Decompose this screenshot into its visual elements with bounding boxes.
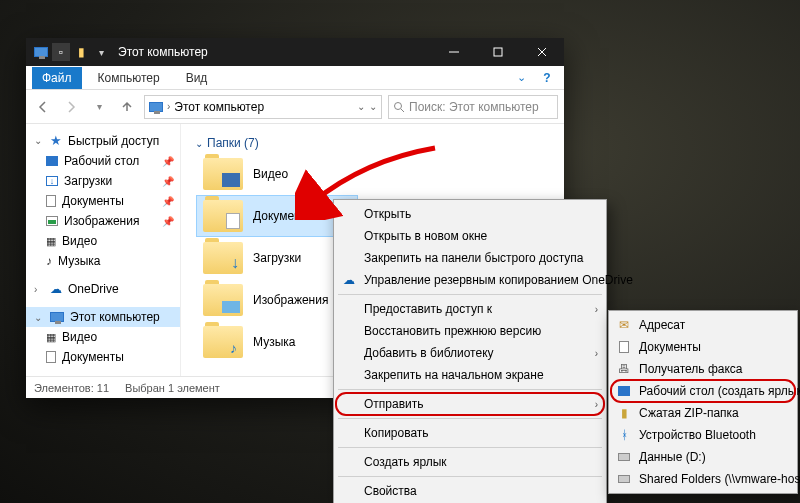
folder-label: Загрузки <box>253 251 301 265</box>
folder-icon: ↓ <box>203 242 243 274</box>
address-bar: ▾ › Этот компьютер ⌄ ⌄ Поиск: Этот компь… <box>26 90 564 124</box>
ctx-open[interactable]: Открыть <box>336 203 604 225</box>
nav-pane: ⌄ ★ Быстрый доступ Рабочий стол 📌 Загруз… <box>26 124 181 376</box>
ctx-pin-quick-access[interactable]: Закрепить на панели быстрого доступа <box>336 247 604 269</box>
quick-access-props-icon[interactable]: ▫ <box>52 43 70 61</box>
context-submenu-send-to: ✉ Адресат Документы 🖷 Получатель факса Р… <box>608 310 798 494</box>
documents-icon <box>46 195 56 207</box>
chevron-right-icon[interactable]: › <box>167 101 170 112</box>
nav-onedrive[interactable]: › ☁ OneDrive <box>26 279 180 299</box>
nav-item-downloads[interactable]: Загрузки 📌 <box>26 171 180 191</box>
ctx-properties[interactable]: Свойства <box>336 480 604 502</box>
tab-computer[interactable]: Компьютер <box>88 67 170 89</box>
breadcrumb[interactable]: › Этот компьютер ⌄ ⌄ <box>144 95 382 119</box>
ctx-label: Shared Folders (\\vmware-host) (Z:) <box>639 472 800 486</box>
nav-item-video[interactable]: ▦ Видео <box>26 231 180 251</box>
chevron-down-icon[interactable]: ⌄ <box>357 101 365 112</box>
sub-fax-recipient[interactable]: 🖷 Получатель факса <box>611 358 795 380</box>
folder-label: Видео <box>253 167 288 181</box>
folder-icon: ♪ <box>203 326 243 358</box>
nav-item-pictures[interactable]: Изображения 📌 <box>26 211 180 231</box>
help-icon[interactable]: ? <box>536 67 558 89</box>
pictures-icon <box>46 216 58 226</box>
ctx-send-to[interactable]: Отправить› <box>336 393 604 415</box>
ctx-label: Получатель факса <box>639 362 743 376</box>
drive-icon <box>615 448 633 466</box>
desktop-icon <box>615 382 633 400</box>
chevron-down-icon[interactable]: ⌄ <box>34 135 44 146</box>
minimize-button[interactable] <box>432 38 476 66</box>
group-header-folders[interactable]: ⌄ Папки (7) <box>189 132 556 154</box>
nav-label: Этот компьютер <box>70 310 160 324</box>
ctx-create-shortcut[interactable]: Создать ярлык <box>336 451 604 473</box>
sub-shared-folders-z[interactable]: Shared Folders (\\vmware-host) (Z:) <box>611 468 795 490</box>
sub-documents[interactable]: Документы <box>611 336 795 358</box>
chevron-down-icon[interactable]: ⌄ <box>34 312 44 323</box>
folder-item-video[interactable]: Видео <box>197 154 357 194</box>
nav-label: Видео <box>62 330 97 344</box>
sub-desktop-shortcut[interactable]: Рабочий стол (создать ярлык) <box>611 380 795 402</box>
search-placeholder: Поиск: Этот компьютер <box>409 100 539 114</box>
nav-back-button[interactable] <box>32 96 54 118</box>
folder-label: Изображения <box>253 293 328 307</box>
sub-drive-d[interactable]: Данные (D:) <box>611 446 795 468</box>
sub-bluetooth[interactable]: ᚼ Устройство Bluetooth <box>611 424 795 446</box>
ctx-give-access[interactable]: Предоставить доступ к› <box>336 298 604 320</box>
titlebar-dropdown-icon[interactable]: ▾ <box>92 43 110 61</box>
chevron-down-icon[interactable]: ⌄ <box>195 138 203 149</box>
nav-forward-button[interactable] <box>60 96 82 118</box>
ctx-open-new-window[interactable]: Открыть в новом окне <box>336 225 604 247</box>
ctx-pin-start[interactable]: Закрепить на начальном экране <box>336 364 604 386</box>
nav-item-desktop[interactable]: Рабочий стол 📌 <box>26 151 180 171</box>
folder-icon <box>203 200 243 232</box>
ctx-label: Закрепить на начальном экране <box>364 368 544 382</box>
ctx-copy[interactable]: Копировать <box>336 422 604 444</box>
ctx-onedrive-backup[interactable]: ☁ Управление резервным копированием OneD… <box>336 269 604 291</box>
app-icon <box>32 43 50 61</box>
maximize-button[interactable] <box>476 38 520 66</box>
ctx-label: Отправить <box>364 397 424 411</box>
chevron-down-icon[interactable]: ⌄ <box>369 101 377 112</box>
quick-access-folder-icon[interactable]: ▮ <box>72 43 90 61</box>
nav-this-pc[interactable]: ⌄ Этот компьютер <box>26 307 180 327</box>
pin-icon: 📌 <box>162 216 174 227</box>
nav-item-documents[interactable]: Документы 📌 <box>26 191 180 211</box>
nav-pc-video[interactable]: ▦ Видео <box>26 327 180 347</box>
ribbon-expand-icon[interactable]: ⌄ <box>510 67 532 89</box>
tab-file[interactable]: Файл <box>32 67 82 89</box>
nav-up-button[interactable] <box>116 96 138 118</box>
search-input[interactable]: Поиск: Этот компьютер <box>388 95 558 119</box>
status-selection: Выбран 1 элемент <box>125 382 220 394</box>
nav-recent-dropdown[interactable]: ▾ <box>88 96 110 118</box>
ctx-restore-previous[interactable]: Восстановить прежнюю версию <box>336 320 604 342</box>
documents-icon <box>615 338 633 356</box>
nav-label: Изображения <box>64 214 139 228</box>
ctx-label: Свойства <box>364 484 417 498</box>
ctx-add-to-library[interactable]: Добавить в библиотеку› <box>336 342 604 364</box>
chevron-right-icon: › <box>595 348 598 359</box>
window-title: Этот компьютер <box>110 45 208 59</box>
nav-label: OneDrive <box>68 282 119 296</box>
breadcrumb-location[interactable]: Этот компьютер <box>174 100 264 114</box>
search-icon <box>393 101 405 113</box>
status-item-count: Элементов: 11 <box>34 382 109 394</box>
mail-icon: ✉ <box>615 316 633 334</box>
folder-label: Музыка <box>253 335 295 349</box>
folder-label: Документы <box>253 209 315 223</box>
sub-compressed-zip[interactable]: ▮ Сжатая ZIP-папка <box>611 402 795 424</box>
this-pc-icon <box>149 102 163 112</box>
folder-icon <box>203 284 243 316</box>
close-button[interactable] <box>520 38 564 66</box>
separator <box>338 447 602 448</box>
nav-pc-documents[interactable]: Документы <box>26 347 180 367</box>
ctx-label: Управление резервным копированием OneDri… <box>364 273 633 287</box>
nav-quick-access[interactable]: ⌄ ★ Быстрый доступ <box>26 130 180 151</box>
tab-view[interactable]: Вид <box>176 67 218 89</box>
bluetooth-icon: ᚼ <box>615 426 633 444</box>
nav-item-music[interactable]: ♪ Музыка <box>26 251 180 271</box>
downloads-icon <box>46 176 58 186</box>
svg-point-1 <box>395 102 402 109</box>
pin-icon: 📌 <box>162 156 174 167</box>
chevron-right-icon[interactable]: › <box>34 284 44 295</box>
sub-mail-recipient[interactable]: ✉ Адресат <box>611 314 795 336</box>
